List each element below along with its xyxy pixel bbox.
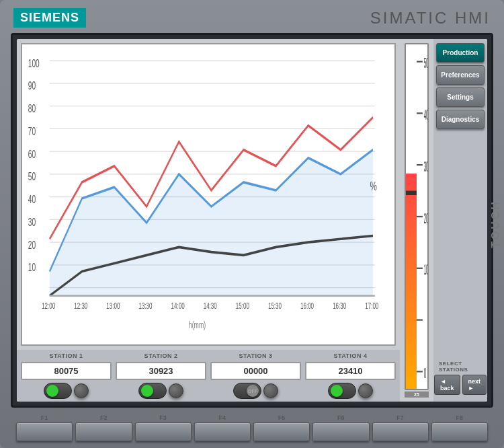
fkeys-row: F1 F2 F3 F4 F5 F6 F7 F8: [11, 412, 493, 443]
fkey-f8: F8: [431, 414, 488, 441]
svg-text:16:00: 16:00: [300, 301, 314, 311]
fkey-f7: F7: [372, 414, 429, 441]
station-2: STATION 2 30923 ON: [116, 352, 206, 399]
fkey-f7-button[interactable]: [372, 422, 429, 441]
fkey-f3-button[interactable]: [135, 422, 192, 441]
svg-text:13:00: 13:00: [106, 301, 120, 311]
svg-text:16:30: 16:30: [333, 301, 346, 311]
svg-text:100: 100: [28, 57, 40, 69]
fkey-f2-label: F2: [100, 414, 108, 421]
station-2-label: STATION 2: [144, 352, 177, 359]
station-1: STATION 1 80075 ON: [21, 352, 112, 399]
svg-text:10: 10: [28, 261, 36, 274]
fkey-f8-label: F8: [456, 414, 464, 421]
station-3-controls[interactable]: OFF: [210, 383, 301, 399]
device: SIEMENS SIMATIC HMI 100 90 80 70 60 50: [0, 0, 504, 448]
select-stations: SELECT STATIONS ◄ back next ►: [436, 358, 485, 398]
fkey-f5-button[interactable]: [253, 422, 310, 441]
svg-text:20: 20: [28, 238, 36, 251]
siemens-logo: SIEMENS: [13, 8, 86, 28]
svg-text:80: 80: [28, 102, 36, 115]
fkey-f8-button[interactable]: [431, 422, 488, 441]
station-2-value: 30923: [116, 362, 206, 380]
settings-button[interactable]: Settings: [436, 87, 485, 107]
station-4-controls[interactable]: ON: [305, 383, 396, 399]
svg-text:0: 0: [424, 365, 426, 381]
svg-text:14:30: 14:30: [204, 301, 217, 311]
fkey-f5-label: F5: [278, 414, 286, 421]
svg-rect-37: [406, 174, 417, 389]
svg-text:13:30: 13:30: [138, 301, 152, 311]
stations-area: STATION 1 80075 ON STATION 2: [17, 350, 400, 402]
gauge-area: 50 40 30 20 10 0 25: [400, 39, 433, 402]
header: SIEMENS SIMATIC HMI: [11, 8, 493, 28]
fkey-f4-button[interactable]: [194, 422, 251, 441]
left-content: 100 90 80 70 60 50 40 30 20 10: [17, 39, 400, 402]
svg-rect-51: [406, 191, 417, 195]
select-station-buttons: ◄ back next ►: [434, 375, 487, 395]
station-4-toggle[interactable]: ON: [328, 383, 356, 399]
station-4: STATION 4 23410 ON: [305, 352, 396, 399]
svg-text:14:00: 14:00: [171, 301, 185, 311]
simatic-title: SIMATIC HMI: [370, 9, 491, 28]
svg-text:60: 60: [28, 147, 36, 160]
gauge-label: 25: [405, 391, 429, 398]
svg-text:17:00: 17:00: [365, 301, 378, 311]
svg-text:90: 90: [28, 79, 36, 92]
svg-text:15:30: 15:30: [268, 301, 282, 311]
svg-text:20: 20: [424, 209, 427, 226]
svg-text:h(mm): h(mm): [189, 320, 206, 331]
gauge-container: 50 40 30 20 10 0: [405, 43, 429, 390]
station-2-knob[interactable]: [169, 383, 183, 398]
fkey-f3: F3: [135, 414, 192, 441]
fkey-f2-button[interactable]: [75, 422, 132, 441]
fkey-f1: F1: [16, 414, 73, 441]
main-screen: 100 90 80 70 60 50 40 30 20 10: [11, 33, 493, 408]
screen-inner: 100 90 80 70 60 50 40 30 20 10: [17, 39, 487, 402]
chart-svg: 100 90 80 70 60 50 40 30 20 10: [22, 44, 394, 344]
select-stations-label: SELECT STATIONS: [439, 361, 482, 373]
station-2-toggle[interactable]: ON: [138, 383, 167, 399]
station-3-knob[interactable]: [263, 383, 278, 398]
svg-marker-21: [50, 150, 373, 296]
station-1-knob[interactable]: [74, 383, 89, 398]
svg-text:30: 30: [28, 215, 36, 228]
station-2-controls[interactable]: ON: [116, 383, 206, 399]
station-1-label: STATION 1: [49, 352, 83, 359]
fkey-f6: F6: [312, 414, 369, 441]
svg-text:40: 40: [28, 193, 36, 206]
svg-text:50: 50: [28, 170, 36, 183]
station-3-label: STATION 3: [239, 352, 272, 359]
station-1-toggle[interactable]: ON: [44, 383, 72, 399]
station-1-controls[interactable]: ON: [21, 383, 112, 399]
station-3-toggle[interactable]: OFF: [233, 383, 261, 399]
svg-text:12:00: 12:00: [42, 301, 55, 311]
back-button[interactable]: ◄ back: [434, 375, 460, 395]
fkey-f1-button[interactable]: [16, 422, 73, 441]
diagnostics-button[interactable]: Diagnostics: [436, 110, 485, 129]
svg-text:15:00: 15:00: [236, 301, 249, 311]
fkey-f3-label: F3: [159, 414, 167, 421]
fkey-f5: F5: [253, 414, 310, 441]
svg-text:12:30: 12:30: [74, 301, 87, 311]
fkey-f7-label: F7: [396, 414, 404, 421]
svg-text:10: 10: [424, 261, 427, 278]
nav-buttons: Production Preferences Settings Diagnost…: [433, 39, 487, 402]
svg-text:%: %: [370, 179, 377, 193]
station-4-value: 23410: [305, 362, 396, 380]
svg-text:70: 70: [28, 124, 36, 137]
next-button[interactable]: next ►: [462, 375, 487, 395]
station-3: STATION 3 00000 OFF: [210, 352, 301, 399]
station-3-value: 00000: [210, 362, 301, 380]
fkey-f2: F2: [75, 414, 132, 441]
svg-text:30: 30: [424, 157, 427, 174]
station-4-knob[interactable]: [358, 383, 373, 398]
svg-text:50: 50: [424, 54, 427, 71]
fkey-f4: F4: [194, 414, 251, 441]
chart-area: 100 90 80 70 60 50 40 30 20 10: [21, 43, 396, 346]
fkey-f6-label: F6: [337, 414, 345, 421]
fkey-f6-button[interactable]: [312, 422, 369, 441]
preferences-button[interactable]: Preferences: [436, 65, 485, 85]
fkey-f1-label: F1: [41, 414, 48, 421]
production-button[interactable]: Production: [436, 43, 485, 63]
